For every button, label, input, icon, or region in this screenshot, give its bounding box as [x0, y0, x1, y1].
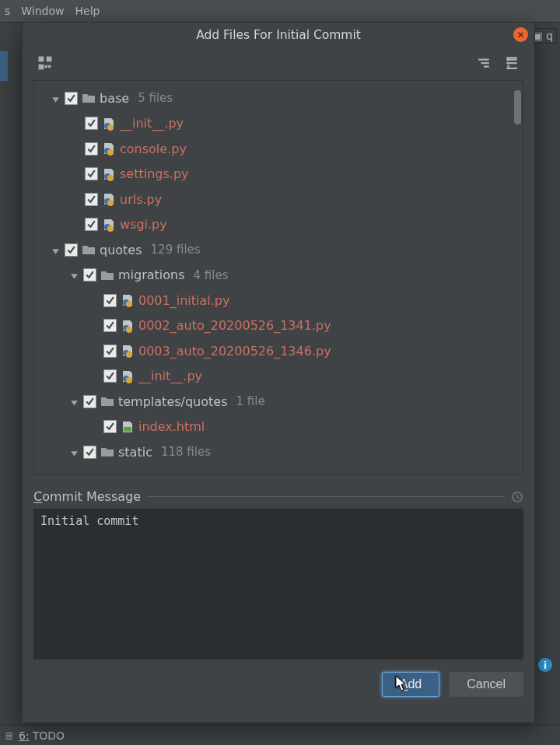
- svg-point-22: [126, 377, 132, 383]
- chevron-down-icon[interactable]: [69, 447, 79, 457]
- chevron-down-icon[interactable]: [51, 93, 61, 103]
- menubar-item[interactable]: Help: [75, 5, 100, 17]
- file-name: settings.py: [120, 166, 189, 181]
- dialog-button-row: Add Cancel: [23, 659, 534, 697]
- folder-icon: [100, 268, 114, 282]
- folder-name: base: [100, 91, 129, 106]
- checkbox[interactable]: [83, 395, 96, 408]
- tree-folder[interactable]: templates/quotes1 file: [34, 389, 523, 414]
- svg-point-14: [107, 226, 114, 232]
- file-name: 0001_initial.py: [138, 293, 229, 308]
- tree-file[interactable]: settings.py: [34, 162, 523, 187]
- commit-message-input[interactable]: [33, 509, 523, 659]
- history-icon[interactable]: [511, 491, 523, 503]
- tree-folder[interactable]: static118 files: [34, 439, 523, 465]
- menubar-item[interactable]: s: [5, 5, 10, 17]
- checkbox[interactable]: [85, 167, 98, 180]
- folder-icon: [100, 445, 114, 459]
- folder-icon: [82, 91, 96, 105]
- checkbox[interactable]: [103, 319, 117, 332]
- folder-name: migrations: [118, 268, 185, 282]
- file-count: 118 files: [161, 445, 211, 459]
- checkbox[interactable]: [103, 345, 117, 358]
- svg-rect-1: [47, 57, 51, 61]
- info-icon[interactable]: i: [538, 658, 552, 672]
- checkbox[interactable]: [83, 268, 96, 282]
- file-name: __init__.py: [138, 369, 202, 383]
- chevron-down-icon[interactable]: [51, 245, 61, 255]
- file-count: 129 files: [151, 243, 201, 257]
- python-file-icon: [121, 319, 135, 333]
- python-file-icon: [102, 142, 116, 156]
- tree-file[interactable]: console.py: [34, 136, 523, 162]
- python-file-icon: [121, 344, 135, 358]
- collapse-all-icon[interactable]: [503, 54, 520, 72]
- svg-point-16: [126, 301, 132, 307]
- tree-file[interactable]: urls.py: [34, 187, 523, 212]
- commit-message-label: Commit Message: [33, 489, 141, 504]
- commit-message-label-row: Commit Message: [33, 489, 523, 504]
- folder-icon: [82, 243, 96, 257]
- svg-rect-4: [49, 65, 51, 67]
- tree-file[interactable]: 0001_initial.py: [34, 288, 523, 313]
- svg-rect-23: [124, 427, 131, 432]
- svg-point-8: [107, 149, 114, 156]
- checkbox[interactable]: [65, 243, 78, 257]
- chevron-down-icon[interactable]: [69, 270, 79, 280]
- file-name: __init__.py: [120, 116, 184, 131]
- cancel-button[interactable]: Cancel: [449, 672, 523, 697]
- svg-rect-3: [45, 65, 47, 67]
- add-files-dialog: Add Files For Initial Commit ✕ base5 fil…: [22, 22, 535, 723]
- svg-rect-0: [39, 57, 44, 61]
- python-file-icon: [102, 117, 116, 131]
- svg-point-12: [107, 200, 114, 206]
- svg-point-18: [126, 327, 132, 333]
- tree-folder[interactable]: base5 files: [34, 86, 523, 111]
- python-file-icon: [102, 167, 116, 181]
- file-name: 0002_auto_20200526_1341.py: [138, 318, 331, 333]
- folder-name: templates/quotes: [118, 394, 228, 409]
- list-icon: ≣: [5, 729, 14, 742]
- expand-all-icon[interactable]: [475, 54, 492, 72]
- tree-file[interactable]: __init__.py: [34, 364, 523, 390]
- checkbox[interactable]: [85, 117, 98, 130]
- checkbox[interactable]: [85, 142, 98, 156]
- footer-todo-num[interactable]: 6:: [19, 729, 30, 742]
- file-count: 4 files: [194, 268, 229, 282]
- chevron-down-icon[interactable]: [69, 397, 79, 407]
- file-tree[interactable]: base5 files__init__.pyconsole.pysettings…: [33, 80, 523, 475]
- close-icon[interactable]: ✕: [513, 27, 528, 42]
- group-by-icon[interactable]: [37, 54, 54, 72]
- tree-folder[interactable]: quotes129 files: [34, 237, 523, 263]
- tree-file[interactable]: __init__.py: [34, 111, 523, 137]
- menubar-item[interactable]: Window: [21, 5, 64, 17]
- file-name: console.py: [120, 142, 187, 156]
- svg-point-20: [126, 352, 132, 358]
- checkbox[interactable]: [103, 369, 117, 383]
- ide-side-highlight: [0, 50, 8, 81]
- folder-name: static: [118, 445, 152, 460]
- svg-point-10: [107, 175, 114, 181]
- footer-todo-label[interactable]: TODO: [33, 729, 65, 742]
- dialog-titlebar: Add Files For Initial Commit ✕: [23, 23, 534, 47]
- checkbox[interactable]: [103, 420, 117, 433]
- tree-file[interactable]: wsgi.py: [34, 212, 523, 238]
- file-count: 1 file: [236, 394, 265, 408]
- scrollbar-thumb[interactable]: [514, 90, 521, 124]
- checkbox[interactable]: [65, 92, 78, 105]
- add-button[interactable]: Add: [382, 672, 439, 697]
- checkbox[interactable]: [83, 446, 96, 459]
- tree-file[interactable]: 0002_auto_20200526_1341.py: [34, 313, 523, 339]
- tree-file[interactable]: 0003_auto_20200526_1346.py: [34, 338, 523, 364]
- file-name: wsgi.py: [120, 217, 167, 232]
- python-file-icon: [121, 369, 135, 383]
- checkbox[interactable]: [103, 294, 117, 307]
- file-name: urls.py: [120, 192, 162, 207]
- checkbox[interactable]: [85, 193, 98, 206]
- file-count: 5 files: [138, 91, 173, 105]
- ide-menubar: s Window Help: [0, 0, 560, 22]
- tree-file[interactable]: index.html: [34, 414, 523, 440]
- tree-folder[interactable]: migrations4 files: [34, 263, 523, 289]
- ide-footer: ≣ 6: TODO: [0, 725, 560, 745]
- checkbox[interactable]: [85, 218, 98, 231]
